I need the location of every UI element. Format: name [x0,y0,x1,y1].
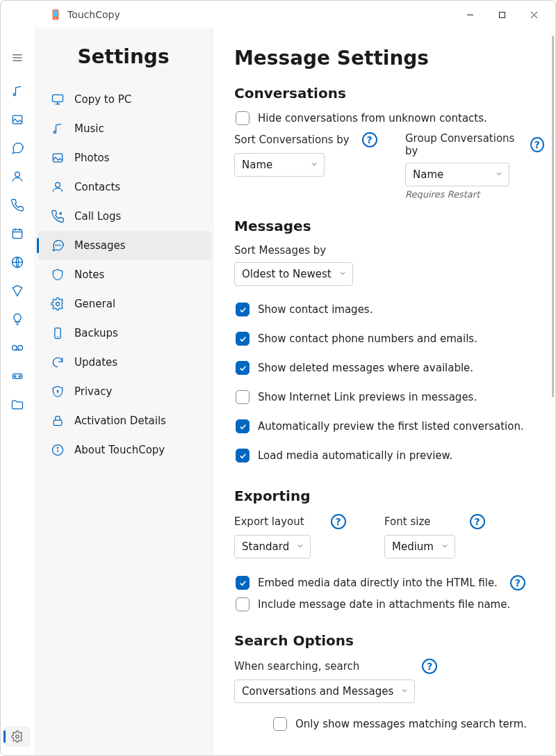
font-size-select[interactable]: Medium [384,535,455,558]
rail-internet-icon[interactable] [3,248,31,276]
sidebar-item-label: Copy to PC [74,93,131,106]
rail-messages-icon[interactable] [3,134,31,162]
sidebar-item-messages[interactable]: Messages [38,231,211,260]
checkbox-label: Automatically preview the first listed c… [258,420,524,433]
svg-point-28 [54,131,56,133]
svg-rect-25 [53,95,63,102]
sidebar-item-photos[interactable]: Photos [38,143,211,172]
select-value: Conversations and Messages [242,685,393,698]
chevron-down-icon [495,168,503,181]
privacy-shield-icon [51,385,65,399]
auto-preview-first-checkbox[interactable]: Automatically preview the first listed c… [236,419,534,433]
svg-point-2 [55,18,56,19]
sidebar-item-label: Privacy [74,385,112,398]
app-window: TouchCopy [0,0,556,756]
svg-rect-1 [54,10,58,17]
svg-point-32 [58,245,58,246]
shield-icon [51,268,65,282]
rail-files-icon[interactable] [3,391,31,419]
checkbox-label: Show contact images. [258,303,373,316]
sort-conversations-label: Sort Conversations by [234,134,350,146]
rail-settings-button[interactable] [5,726,30,747]
sidebar-item-label: Backups [74,327,118,339]
section-messages-title: Messages [234,218,534,234]
svg-point-30 [56,182,60,187]
rail-notes-icon[interactable] [3,277,31,305]
section-exporting-title: Exporting [234,488,534,504]
sidebar-item-privacy[interactable]: Privacy [38,377,211,406]
export-layout-label: Export layout [234,515,304,528]
sidebar-item-contacts[interactable]: Contacts [38,172,211,202]
help-icon[interactable]: ? [331,514,346,529]
checkbox-label: Show deleted messages where available. [258,362,473,374]
sidebar-item-label: Activation Details [74,415,166,427]
app-logo-icon [49,8,62,21]
sort-conversations-select[interactable]: Name [234,153,325,177]
sidebar-item-copy-to-pc[interactable]: Copy to PC [38,85,211,114]
sidebar-item-updates[interactable]: Updates [38,348,211,377]
include-date-checkbox[interactable]: Include message date in attachments file… [236,597,534,611]
sort-messages-select[interactable]: Oldest to Newest [234,262,353,286]
select-value: Oldest to Newest [242,268,332,280]
rail-voice-memos-icon[interactable] [3,362,31,390]
rail-music-icon[interactable] [3,77,31,105]
svg-point-24 [16,735,19,739]
sidebar-item-backups[interactable]: Backups [38,319,211,348]
sidebar-item-activation[interactable]: Activation Details [38,406,211,435]
sidebar-item-label: Music [74,122,104,135]
hamburger-menu-icon[interactable] [3,44,31,72]
svg-point-19 [18,346,23,351]
sidebar-item-notes[interactable]: Notes [38,260,211,289]
svg-point-33 [60,245,60,246]
load-media-auto-checkbox[interactable]: Load media automatically in preview. [236,449,534,463]
refresh-icon [51,355,65,369]
group-conversations-select[interactable]: Name [405,163,509,186]
help-icon[interactable]: ? [422,659,437,674]
sidebar-item-general[interactable]: General [38,289,211,319]
window-maximize-button[interactable] [486,3,518,26]
help-icon[interactable]: ? [510,575,525,590]
svg-point-42 [57,447,58,448]
show-contact-images-checkbox[interactable]: Show contact images. [236,303,534,316]
help-icon[interactable]: ? [470,514,485,529]
icon-rail [1,29,34,755]
sidebar-item-about[interactable]: About TouchCopy [38,435,211,465]
help-icon[interactable]: ? [362,132,377,147]
rail-photos-icon[interactable] [3,106,31,134]
only-matching-checkbox[interactable]: Only show messages matching search term. [273,717,534,731]
info-icon [51,443,65,457]
svg-rect-39 [54,420,62,426]
when-searching-select[interactable]: Conversations and Messages [234,679,415,703]
help-icon[interactable]: ? [530,137,544,152]
rail-voicemail-icon[interactable] [3,334,31,362]
sort-messages-label: Sort Messages by [234,244,326,257]
embed-media-checkbox[interactable]: Embed media data directly into the HTML … [236,575,534,590]
chevron-down-icon [441,540,449,553]
checkbox-label: Load media automatically in preview. [258,449,452,462]
lock-icon [51,414,65,428]
sidebar-item-music[interactable]: Music [38,114,211,143]
checkbox-label: Show contact phone numbers and emails. [258,332,477,345]
sidebar-item-label: Notes [74,268,104,281]
checkbox-icon [236,111,250,125]
rail-contacts-icon[interactable] [3,163,31,191]
svg-point-22 [14,376,16,378]
sidebar-item-label: Contacts [74,181,120,193]
checkbox-label: Only show messages matching search term. [295,718,527,730]
sidebar-item-call-logs[interactable]: Call Logs [38,202,211,231]
window-minimize-button[interactable] [454,3,486,26]
rail-calls-icon[interactable] [3,191,31,219]
hide-unknown-checkbox-row[interactable]: Hide conversations from unknown contacts… [236,111,534,125]
phone-icon [51,209,65,223]
window-close-button[interactable] [518,3,550,26]
rail-tips-icon[interactable] [3,305,31,333]
checkbox-icon [236,597,250,611]
rail-calendar-icon[interactable] [3,220,31,248]
show-link-previews-checkbox[interactable]: Show Internet Link previews in messages. [236,390,534,404]
show-phone-email-checkbox[interactable]: Show contact phone numbers and emails. [236,332,534,346]
sidebar-item-label: Call Logs [74,210,121,223]
checkbox-icon [236,419,250,433]
show-deleted-checkbox[interactable]: Show deleted messages where available. [236,361,534,375]
export-layout-select[interactable]: Standard [234,535,311,558]
checkbox-label: Include message date in attachments file… [258,598,510,611]
